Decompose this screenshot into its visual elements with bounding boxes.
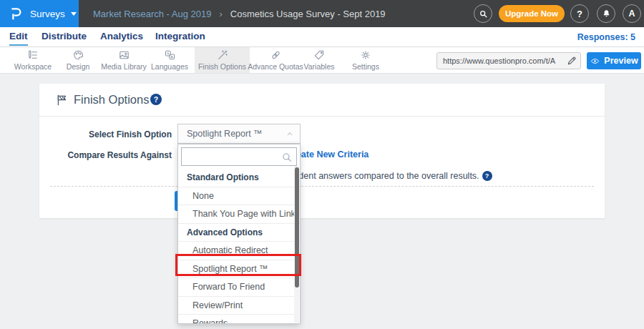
notifications-button[interactable]	[597, 4, 615, 23]
dropdown-search-input[interactable]	[182, 148, 278, 165]
avatar[interactable]: A	[623, 4, 641, 23]
tab-analytics[interactable]: Analytics	[100, 27, 143, 46]
dropdown-search-box	[181, 147, 297, 166]
survey-url-input[interactable]	[437, 53, 563, 69]
toolbar-item-label: Variables	[304, 62, 335, 71]
search-icon	[479, 9, 488, 19]
magic-wand-icon	[217, 49, 228, 61]
toolbar-item-label: Languages	[151, 62, 188, 71]
select-finish-option-label: Select Finish Option	[39, 129, 172, 139]
tab-distribute[interactable]: Distribute	[42, 27, 87, 46]
survey-tab-bar: Edit Distribute Analytics Integration Re…	[0, 27, 644, 47]
magnifier-icon	[281, 152, 293, 163]
dashed-divider	[50, 186, 594, 187]
avatar-initial: A	[628, 9, 635, 19]
chevron-down-icon	[71, 12, 77, 16]
breadcrumb-current: Cosmetics Usage Survey - Sept 2019	[230, 9, 386, 19]
top-navbar: Surveys Market Research - Aug 2019 › Cos…	[0, 0, 644, 27]
toolbar-item-design[interactable]: Design	[60, 47, 96, 73]
toolbar-item-variables[interactable]: Variables	[298, 47, 341, 73]
edit-toolbar: Workspace Design Media Library Languages	[0, 47, 644, 74]
dropdown-option-list: Standard Options None Thank You Page wit…	[178, 169, 300, 324]
pencil-list-icon	[27, 49, 39, 61]
eye-icon	[590, 57, 600, 66]
finish-option-selected-value: Spotlight Report ™	[187, 124, 263, 143]
preview-button-label: Preview	[604, 56, 638, 66]
pencil-icon	[567, 56, 577, 66]
search-button[interactable]	[474, 4, 492, 23]
finish-options-card: Finish Options ? Select Finish Option Co…	[39, 84, 605, 218]
surveys-menu-label: Surveys	[30, 9, 65, 19]
help-button[interactable]: ?	[570, 4, 589, 23]
app-root: Surveys Market Research - Aug 2019 › Cos…	[0, 0, 644, 329]
surveys-menu[interactable]: Surveys	[0, 0, 79, 27]
page-title: Finish Options	[74, 84, 149, 116]
image-icon	[118, 49, 130, 61]
description-help-icon[interactable]: ?	[482, 171, 492, 181]
header-divider	[39, 116, 605, 117]
dropdown-option-spotlight-report[interactable]: Spotlight Report ™	[178, 260, 300, 279]
tab-edit[interactable]: Edit	[9, 27, 28, 46]
tab-integration[interactable]: Integration	[155, 27, 205, 46]
dropdown-option-review-print[interactable]: Review/Print	[178, 297, 300, 315]
toolbar-item-finish-options[interactable]: Finish Options	[195, 47, 250, 73]
tag-icon	[313, 49, 325, 61]
compare-results-label: Compare Results Against	[39, 150, 172, 160]
question-mark-icon: ?	[577, 9, 582, 19]
palette-icon	[72, 49, 84, 61]
bell-icon	[602, 9, 611, 19]
dropdown-group-header: Standard Options	[178, 169, 300, 187]
dropdown-option-rewards[interactable]: Rewards	[178, 315, 300, 324]
dropdown-group-header: Advanced Options	[178, 224, 300, 242]
upgrade-now-button[interactable]: Upgrade Now	[499, 5, 565, 22]
dropdown-option-none[interactable]: None	[178, 187, 300, 206]
questionpro-logo-icon	[9, 4, 24, 23]
finish-flag-icon	[56, 94, 69, 107]
dropdown-scrollbar-track[interactable]	[294, 166, 299, 323]
toolbar-item-settings[interactable]: Settings	[346, 47, 386, 73]
finish-option-dropdown-panel: Standard Options None Thank You Page wit…	[177, 144, 301, 324]
card-header: Finish Options ?	[39, 84, 605, 116]
dropdown-option-thank-you-page[interactable]: Thank You Page with Link	[178, 205, 300, 224]
survey-url-field	[436, 52, 581, 69]
dropdown-scrollbar-thumb[interactable]	[295, 167, 299, 288]
toolbar-item-media-library[interactable]: Media Library	[96, 47, 152, 73]
toolbar-item-label: Design	[67, 62, 90, 71]
toolbar-item-label: Finish Options	[198, 62, 246, 71]
preview-button[interactable]: Preview	[587, 52, 641, 69]
breadcrumb-separator: ›	[219, 9, 222, 19]
chain-link-icon	[270, 49, 282, 61]
toolbar-item-label: Settings	[352, 62, 379, 71]
toolbar-item-workspace[interactable]: Workspace	[9, 47, 57, 73]
toolbar-item-languages[interactable]: Languages	[147, 47, 192, 73]
edit-url-button[interactable]	[567, 56, 577, 66]
heading-help-icon[interactable]: ?	[150, 94, 162, 105]
responses-count[interactable]: Responses: 5	[577, 27, 635, 47]
finish-option-select[interactable]: Spotlight Report ™	[177, 124, 301, 144]
dropdown-option-forward-to-friend[interactable]: Forward To Friend	[178, 278, 300, 297]
chevron-up-icon	[285, 129, 295, 138]
toolbar-item-label: Advance Quotas	[248, 62, 303, 71]
toolbar-item-label: Media Library	[101, 62, 147, 71]
translate-icon	[164, 49, 176, 61]
toolbar-item-label: Workspace	[14, 62, 52, 71]
gear-icon	[360, 49, 371, 61]
breadcrumb: Market Research - Aug 2019 › Cosmetics U…	[93, 0, 386, 27]
breadcrumb-parent[interactable]: Market Research - Aug 2019	[93, 9, 211, 19]
dropdown-option-automatic-redirect[interactable]: Automatic Redirect	[178, 242, 300, 260]
